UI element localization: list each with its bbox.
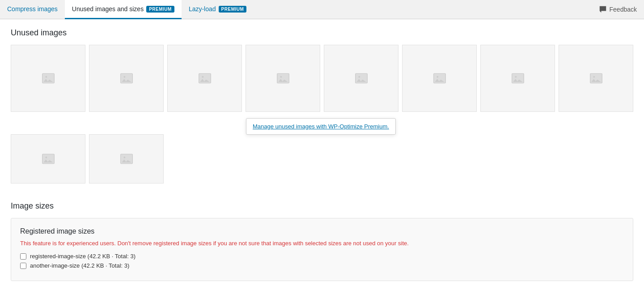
tab-bar: Compress images Unused images and sizes … [0, 0, 644, 19]
manage-images-link[interactable]: Manage unused images with WP-Optimize Pr… [253, 123, 389, 130]
main-content: Unused images [0, 19, 644, 290]
image-grid-row1: Manage unused images with WP-Optimize Pr… [11, 45, 633, 112]
tab-unused[interactable]: Unused images and sizes PREMIUM [65, 0, 182, 19]
image-grid-row2 [11, 134, 633, 183]
image-placeholder-icon [41, 152, 55, 166]
svg-point-15 [593, 76, 595, 78]
image-placeholder-icon [119, 152, 134, 166]
section-spacer [11, 183, 633, 201]
feedback-icon [599, 5, 607, 13]
image-sizes-card: Registered image sizes This feature is f… [11, 218, 633, 281]
feedback-button[interactable]: Feedback [592, 0, 644, 19]
image-thumb-with-tooltip: Manage unused images with WP-Optimize Pr… [246, 45, 320, 112]
unused-images-grid-container: Manage unused images with WP-Optimize Pr… [11, 45, 633, 183]
tab-lazy-label: Lazy-load [189, 5, 216, 13]
svg-point-19 [123, 157, 125, 158]
svg-point-13 [515, 76, 517, 78]
image-sizes-title: Image sizes [11, 201, 633, 211]
manage-images-tooltip: Manage unused images with WP-Optimize Pr… [246, 118, 396, 135]
image-placeholder-icon [432, 71, 447, 85]
svg-point-3 [123, 76, 125, 78]
image-placeholder-icon [119, 71, 134, 85]
image-thumb [89, 134, 164, 183]
tab-unused-label: Unused images and sizes [72, 5, 144, 13]
tab-lazy[interactable]: Lazy-load PREMIUM [182, 0, 254, 19]
tab-compress-label: Compress images [7, 5, 58, 13]
warning-text: This feature is for experienced users. D… [20, 240, 624, 247]
checkbox-registered-image-size[interactable] [20, 253, 26, 260]
checkbox-row-2: another-image-size (42.2 KB · Total: 3) [20, 262, 624, 269]
tab-lazy-badge: PREMIUM [219, 6, 247, 13]
tab-compress[interactable]: Compress images [0, 0, 65, 19]
checkbox-another-image-size[interactable] [20, 263, 26, 269]
image-thumb [559, 45, 633, 112]
image-placeholder-icon [589, 71, 603, 85]
checkbox-row-1: registered-image-size (42.2 KB · Total: … [20, 253, 624, 260]
svg-point-11 [436, 76, 438, 78]
image-thumb [324, 45, 398, 112]
image-thumb [11, 45, 85, 112]
image-thumb [89, 45, 164, 112]
image-thumb [480, 45, 555, 112]
image-placeholder-icon [41, 71, 55, 85]
card-title: Registered image sizes [20, 227, 624, 235]
image-placeholder-icon [276, 71, 290, 85]
image-thumb [167, 45, 242, 112]
unused-images-title: Unused images [11, 28, 633, 38]
tab-unused-badge: PREMIUM [146, 6, 174, 13]
image-thumb [11, 134, 85, 183]
image-placeholder-icon [354, 71, 369, 85]
svg-point-7 [280, 76, 282, 78]
checkbox-label-2: another-image-size (42.2 KB · Total: 3) [30, 262, 129, 269]
svg-point-1 [45, 76, 47, 78]
image-placeholder-icon [198, 71, 212, 85]
image-placeholder-icon [511, 71, 525, 85]
feedback-label: Feedback [610, 6, 637, 13]
image-thumb [402, 45, 477, 112]
svg-point-17 [45, 157, 47, 158]
svg-point-9 [358, 76, 360, 78]
checkbox-label-1: registered-image-size (42.2 KB · Total: … [30, 253, 136, 260]
svg-point-5 [202, 76, 203, 78]
